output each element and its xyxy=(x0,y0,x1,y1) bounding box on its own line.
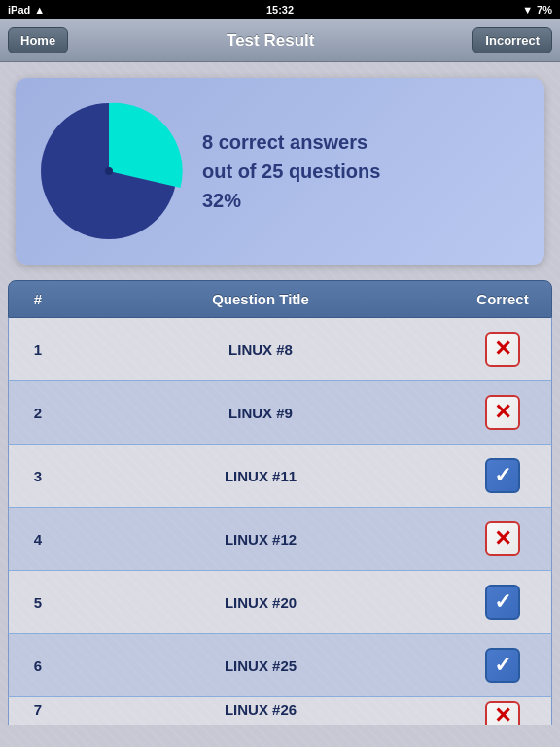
row-number: 2 xyxy=(9,381,67,444)
home-button[interactable]: Home xyxy=(8,27,68,53)
nav-bar: Home Test Result Incorrect xyxy=(0,19,560,62)
table-row[interactable]: 5 LINUX #20 ✓ xyxy=(8,571,552,634)
table-row[interactable]: 2 LINUX #9 ✕ xyxy=(8,381,552,445)
row-result: ✕ xyxy=(454,318,551,380)
row-result: ✕ xyxy=(454,508,551,570)
summary-card: 8 correct answersout of 25 questions 32% xyxy=(16,78,544,265)
table-row[interactable]: 3 LINUX #11 ✓ xyxy=(8,445,552,508)
summary-section: 8 correct answersout of 25 questions 32% xyxy=(0,62,560,280)
row-title: LINUX #11 xyxy=(67,445,454,507)
col-title: Question Title xyxy=(67,281,454,317)
col-correct: Correct xyxy=(454,281,551,317)
signal-icon: ▼ xyxy=(522,4,533,16)
battery-label: 7% xyxy=(537,4,552,16)
row-title: LINUX #26 xyxy=(67,697,454,725)
table-body: 1 LINUX #8 ✕ 2 LINUX #9 ✕ 3 LINUX #11 ✓ … xyxy=(8,318,552,725)
table-row[interactable]: 4 LINUX #12 ✕ xyxy=(8,508,552,571)
page-title: Test Result xyxy=(227,31,314,51)
table-row[interactable]: 6 LINUX #25 ✓ xyxy=(8,634,552,697)
status-right: ▼ 7% xyxy=(522,4,552,16)
row-result: ✕ xyxy=(454,697,551,725)
svg-point-1 xyxy=(105,167,113,175)
row-number: 6 xyxy=(9,634,67,696)
correct-icon: ✓ xyxy=(485,648,520,683)
results-table: # Question Title Correct 1 LINUX #8 ✕ 2 … xyxy=(8,280,552,725)
col-number: # xyxy=(9,281,67,317)
table-row-partial[interactable]: 7 LINUX #26 ✕ xyxy=(8,697,552,725)
row-title: LINUX #12 xyxy=(67,508,454,570)
correct-icon: ✓ xyxy=(485,585,520,620)
row-number: 7 xyxy=(9,697,67,725)
row-number: 5 xyxy=(9,571,67,633)
incorrect-icon-partial: ✕ xyxy=(485,701,520,725)
row-result: ✓ xyxy=(454,571,551,633)
incorrect-icon: ✕ xyxy=(485,332,520,367)
row-result: ✓ xyxy=(454,634,551,696)
incorrect-icon: ✕ xyxy=(485,521,520,556)
row-result: ✓ xyxy=(454,445,551,507)
table-row[interactable]: 1 LINUX #8 ✕ xyxy=(8,318,552,381)
summary-text: 8 correct answersout of 25 questions 32% xyxy=(202,127,380,215)
correct-icon: ✓ xyxy=(485,458,520,493)
row-number: 4 xyxy=(9,508,67,570)
row-number: 3 xyxy=(9,445,67,507)
carrier-label: iPad xyxy=(8,4,30,16)
pie-chart xyxy=(31,93,187,249)
incorrect-icon: ✕ xyxy=(485,395,520,430)
status-left: iPad ▲ xyxy=(8,4,45,16)
status-time: 15:32 xyxy=(266,4,294,16)
row-number: 1 xyxy=(9,318,67,380)
wifi-icon: ▲ xyxy=(34,4,45,16)
incorrect-button[interactable]: Incorrect xyxy=(472,27,552,53)
row-title: LINUX #20 xyxy=(67,571,454,633)
correct-answers-text: 8 correct answersout of 25 questions xyxy=(202,131,380,182)
row-title: LINUX #8 xyxy=(67,318,454,380)
row-title: LINUX #9 xyxy=(67,381,454,444)
row-result: ✕ xyxy=(454,381,551,444)
row-title: LINUX #25 xyxy=(67,634,454,696)
table-header: # Question Title Correct xyxy=(8,280,552,318)
percentage-text: 32% xyxy=(202,190,241,211)
status-bar: iPad ▲ 15:32 ▼ 7% xyxy=(0,0,560,19)
